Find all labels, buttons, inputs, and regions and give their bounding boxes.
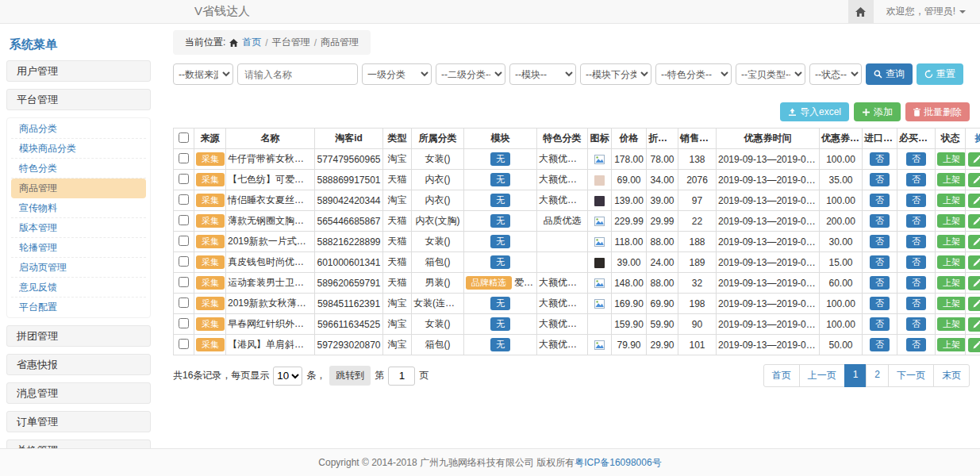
sidebar-item[interactable]: 轮播管理: [11, 238, 146, 258]
must-buy-toggle[interactable]: 否: [906, 317, 926, 331]
sales-count: 90: [678, 314, 717, 335]
sidebar-group[interactable]: 用户管理: [6, 60, 151, 82]
status-badge[interactable]: 上架: [937, 194, 966, 207]
must-buy-toggle[interactable]: 否: [906, 152, 926, 166]
sidebar-item[interactable]: 商品分类: [11, 119, 146, 139]
name-search-input[interactable]: [237, 63, 358, 85]
pager-page-2[interactable]: 2: [866, 364, 889, 387]
home-button[interactable]: [848, 0, 874, 23]
status-badge[interactable]: 上架: [937, 173, 966, 186]
sidebar-group[interactable]: 平台管理: [6, 89, 151, 110]
sidebar-item[interactable]: 商品管理: [11, 178, 146, 198]
sidebar-item[interactable]: 意见反馈: [11, 278, 146, 298]
status-badge[interactable]: 上架: [937, 235, 966, 248]
module-subcategory-select[interactable]: --模块下分类--: [580, 63, 651, 85]
must-buy-toggle[interactable]: 否: [906, 255, 926, 269]
pager-prev[interactable]: 上一页: [799, 364, 845, 387]
row-checkbox[interactable]: [179, 298, 189, 308]
batch-delete-button[interactable]: 批量删除: [905, 102, 970, 121]
page-number-input[interactable]: [388, 367, 415, 386]
must-buy-toggle[interactable]: 否: [906, 235, 926, 248]
import-select-toggle[interactable]: 否: [870, 194, 890, 207]
add-button[interactable]: 添加: [854, 102, 901, 121]
user-menu[interactable]: 欢迎您，管理员!: [886, 5, 966, 18]
must-buy-toggle[interactable]: 否: [906, 338, 926, 351]
edit-button[interactable]: [968, 255, 980, 270]
sidebar-group[interactable]: 省惠快报: [6, 354, 151, 375]
status-badge[interactable]: 上架: [937, 317, 966, 331]
edit-button[interactable]: [968, 173, 980, 187]
import-select-toggle[interactable]: 否: [870, 255, 890, 269]
sidebar-item[interactable]: 版本管理: [11, 218, 146, 238]
icp-link[interactable]: 粤ICP备16098006号: [575, 456, 661, 470]
sidebar-item[interactable]: 启动页管理: [11, 258, 146, 278]
must-buy-toggle[interactable]: 否: [906, 276, 926, 290]
import-select-toggle[interactable]: 否: [870, 297, 890, 310]
module-cell: 无: [464, 211, 537, 232]
edit-button[interactable]: [968, 276, 980, 290]
edit-button[interactable]: [968, 152, 980, 167]
row-checkbox[interactable]: [179, 339, 189, 349]
edit-button[interactable]: [968, 214, 980, 228]
import-select-toggle[interactable]: 否: [870, 214, 890, 228]
row-checkbox[interactable]: [179, 256, 189, 267]
must-buy-toggle[interactable]: 否: [906, 297, 926, 310]
sidebar-item[interactable]: 特色分类: [11, 159, 146, 178]
status-select[interactable]: --状态--: [809, 63, 862, 85]
import-select-toggle[interactable]: 否: [870, 152, 890, 166]
sidebar-item[interactable]: 模块商品分类: [11, 139, 146, 159]
pager-last[interactable]: 末页: [933, 364, 970, 387]
feature-category-select[interactable]: --特色分类--: [655, 63, 732, 85]
module-select[interactable]: --模块--: [509, 63, 576, 85]
row-checkbox[interactable]: [179, 236, 189, 246]
pager-next[interactable]: 下一页: [888, 364, 934, 387]
row-checkbox[interactable]: [179, 215, 189, 225]
row-checkbox[interactable]: [179, 318, 189, 328]
status-badge[interactable]: 上架: [937, 338, 966, 351]
edit-button[interactable]: [968, 235, 980, 249]
import-select-toggle[interactable]: 否: [870, 317, 890, 331]
sidebar-group[interactable]: 拼团管理: [6, 325, 151, 347]
reset-button[interactable]: 重置: [917, 63, 963, 85]
row-checkbox[interactable]: [179, 194, 189, 205]
discount-price: 88.00: [647, 232, 678, 252]
status-badge[interactable]: 上架: [937, 255, 966, 269]
row-checkbox[interactable]: [179, 174, 189, 184]
level2-category-select[interactable]: --二级分类--: [436, 63, 505, 85]
must-buy-toggle[interactable]: 否: [906, 214, 926, 228]
status-badge[interactable]: 上架: [937, 276, 966, 290]
status-badge[interactable]: 上架: [937, 152, 966, 166]
status-badge[interactable]: 上架: [937, 297, 966, 310]
import-excel-button[interactable]: 导入excel: [780, 102, 849, 121]
import-select-toggle[interactable]: 否: [870, 235, 890, 248]
must-buy-toggle[interactable]: 否: [906, 194, 926, 207]
row-checkbox[interactable]: [179, 277, 189, 287]
edit-button[interactable]: [968, 317, 980, 332]
level1-category-select[interactable]: 一级分类: [362, 63, 432, 85]
sidebar-group[interactable]: 消息管理: [6, 382, 151, 404]
pager-page-1[interactable]: 1: [844, 364, 867, 387]
pager-first[interactable]: 首页: [763, 364, 800, 387]
product-category: 女装(连衣裙): [412, 294, 464, 314]
import-select-toggle[interactable]: 否: [870, 173, 890, 186]
select-all-checkbox[interactable]: [179, 132, 189, 143]
row-checkbox[interactable]: [179, 153, 189, 163]
item-type-select[interactable]: --宝贝类型--: [736, 63, 805, 85]
per-page-select[interactable]: 10: [273, 367, 302, 386]
must-buy-toggle[interactable]: 否: [906, 173, 926, 186]
search-button[interactable]: 查询: [866, 63, 913, 85]
status-badge[interactable]: 上架: [937, 214, 966, 228]
product-type: 淘宝: [383, 149, 412, 170]
checkbox-cell: [174, 211, 194, 232]
import-select-toggle[interactable]: 否: [870, 276, 890, 290]
edit-button[interactable]: [968, 297, 980, 311]
sidebar-group[interactable]: 订单管理: [6, 411, 151, 432]
sidebar-item[interactable]: 宣传物料: [11, 198, 146, 218]
breadcrumb-home-link[interactable]: 首页: [242, 36, 261, 49]
import-select-toggle[interactable]: 否: [870, 338, 890, 351]
edit-button[interactable]: [968, 338, 980, 352]
data-source-select[interactable]: --数据来源--: [173, 63, 233, 85]
edit-button[interactable]: [968, 194, 980, 208]
jump-button[interactable]: 跳转到: [329, 366, 371, 386]
sidebar-item[interactable]: 平台配置: [11, 298, 146, 317]
